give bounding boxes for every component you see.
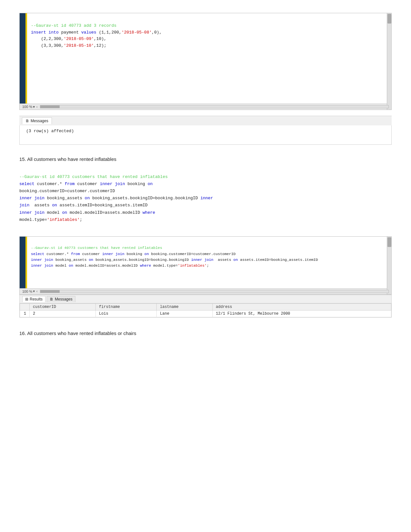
section-15-heading: 15. All customers who have rented inflat… xyxy=(19,156,392,162)
editor-footer-15: 100 % ▼ ‹ xyxy=(20,288,391,294)
code-line-15-1: select customer.* from customer inner jo… xyxy=(19,182,153,186)
sql-code-block-15: --Gaurav-st id 40773 customers that have… xyxy=(19,166,392,231)
code-area-14[interactable]: --Gaurav-st id 40773 add 3 records inser… xyxy=(27,13,391,103)
editor-footer-14: 100 % ▼ ‹ xyxy=(20,103,391,110)
code-line-15-4: join assets on assets.itemID=booking_ass… xyxy=(19,203,148,208)
scrollbar-thumb-14 xyxy=(387,14,391,24)
section-14: --Gaurav-st id 40773 add 3 records inser… xyxy=(19,13,392,145)
results-table-15: customerID firstname lastname address 1 … xyxy=(20,303,391,317)
messages-tab-15[interactable]: 🗎 Messages xyxy=(47,296,75,302)
editor-line-15-4: inner join model on model.modelID=assets… xyxy=(31,263,209,268)
col-customerid: customerID xyxy=(30,303,96,310)
table-header-row-15: customerID firstname lastname address xyxy=(20,303,391,310)
messages-tab-14[interactable]: 🗎 Messages xyxy=(22,117,52,124)
zoom-label-14: 100 % xyxy=(22,105,32,109)
insert-keyword: insert into payment values (1,1,200,'201… xyxy=(31,30,162,35)
result-text-14: (3 row(s) affected) xyxy=(26,129,74,133)
code-line-15-3: inner join booking_assets on booking_ass… xyxy=(19,196,213,201)
editor-content-14: --Gaurav-st id 40773 add 3 records inser… xyxy=(20,13,391,103)
scrollbar-right-15[interactable] xyxy=(387,237,391,294)
cell-address-1: 12/1 Flinders St, Melbourne 2000 xyxy=(212,310,391,317)
code-line-15-2: booking.customerID=customer.customerID xyxy=(19,189,115,193)
results-tab-15[interactable]: ⊞ Results xyxy=(22,296,45,302)
section-16: 16. All customers who have rented inflat… xyxy=(19,330,392,336)
messages-content-14: (3 row(s) affected) xyxy=(19,125,392,145)
scrollbar-h-14[interactable] xyxy=(40,105,389,108)
line-gutter-15 xyxy=(20,237,25,288)
editor-line-15-3: inner join booking_assets on booking_ass… xyxy=(31,258,318,262)
comment-15-editor: --Gaurav-st id 40773 customers that have… xyxy=(31,246,162,250)
code-area-15[interactable]: --Gaurav-st id 40773 customers that have… xyxy=(27,237,391,288)
insert-line2: (2,2,300,'2018-05-09',10), xyxy=(31,36,106,41)
zoom-label-15: 100 % xyxy=(22,290,32,293)
results-icon-15: ⊞ xyxy=(25,297,28,301)
scrollbar-right-14[interactable] xyxy=(387,13,391,110)
tab-bar-14: 🗎 Messages xyxy=(19,116,392,125)
messages-tab-label-14: Messages xyxy=(31,119,48,123)
code-comment-15: --Gaurav-st id 40773 customers that have… xyxy=(19,174,168,179)
comment-14: --Gaurav-st id 40773 add 3 records xyxy=(31,23,116,28)
cell-customerid-1: 2 xyxy=(30,310,96,317)
section-16-heading: 16. All customers who have rented inflat… xyxy=(19,330,392,336)
scrollbar-h-15[interactable] xyxy=(40,290,389,293)
section-15: 15. All customers who have rented inflat… xyxy=(19,156,392,318)
results-table-wrapper-15: customerID firstname lastname address 1 … xyxy=(19,303,392,318)
scrollbar-h-thumb-15 xyxy=(40,290,60,293)
scrollbar-thumb-15 xyxy=(387,237,391,247)
results-tab-label-15: Results xyxy=(30,297,43,301)
editor-box-15: --Gaurav-st id 40773 customers that have… xyxy=(19,236,392,295)
messages-icon-15: 🗎 xyxy=(50,297,54,301)
cell-lastname-1: Lane xyxy=(157,310,212,317)
messages-icon-14: 🗎 xyxy=(25,119,29,123)
zoom-arrow-14[interactable]: ▼ ‹ xyxy=(32,105,37,109)
row-num-1: 1 xyxy=(20,310,30,317)
line-gutter-14 xyxy=(20,13,25,103)
cell-firstname-1: Lois xyxy=(96,310,157,317)
col-address: address xyxy=(212,303,391,310)
messages-tab-label-15: Messages xyxy=(55,297,73,301)
zoom-arrow-15[interactable]: ▼ ‹ xyxy=(32,290,37,293)
code-line-15-5: inner join model on model.modelID=assets… xyxy=(19,210,155,215)
table-row: 1 2 Lois Lane 12/1 Flinders St, Melbourn… xyxy=(20,310,391,317)
insert-line3: (3,3,300,'2018-05-10',12); xyxy=(31,43,106,48)
editor-line-15-2: select customer.* from customer inner jo… xyxy=(31,252,236,256)
code-line-15-6: model.type='inflatables'; xyxy=(19,217,82,222)
scrollbar-h-thumb-14 xyxy=(40,105,60,108)
col-firstname: firstname xyxy=(96,303,157,310)
results-tab-bar-15: ⊞ Results 🗎 Messages xyxy=(19,295,392,303)
editor-content-15: --Gaurav-st id 40773 customers that have… xyxy=(20,237,391,288)
col-lastname: lastname xyxy=(157,303,212,310)
editor-box-14: --Gaurav-st id 40773 add 3 records inser… xyxy=(19,13,392,110)
col-rownum xyxy=(20,303,30,310)
